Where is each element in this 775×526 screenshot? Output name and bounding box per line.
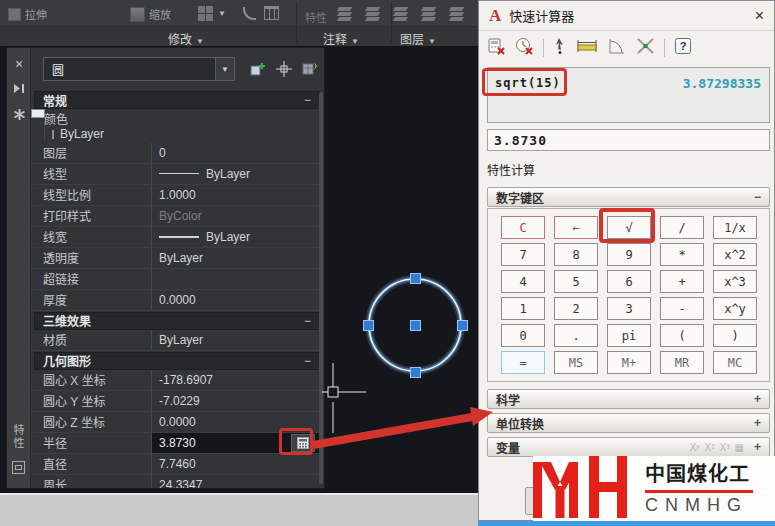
palette-scrollbar[interactable] bbox=[319, 92, 323, 484]
history-area[interactable]: sqrt(15) 3.87298335 bbox=[487, 67, 770, 123]
section-header-2[interactable]: 几何图形− bbox=[34, 352, 320, 370]
numpad-section-header[interactable]: 数字键区 − bbox=[487, 187, 770, 207]
expand-icon[interactable]: + bbox=[754, 440, 761, 454]
property-value[interactable]: ByColor bbox=[151, 206, 323, 226]
calc-key-√[interactable]: √ bbox=[607, 216, 651, 239]
property-value[interactable]: ByLayer bbox=[151, 330, 323, 350]
calc-key-9[interactable]: 9 bbox=[607, 243, 651, 266]
calc-key-MC[interactable]: MC bbox=[713, 351, 757, 374]
calc-key-2[interactable]: 2 bbox=[554, 297, 598, 320]
layer-tool-5[interactable] bbox=[450, 7, 465, 21]
calc-key-MS[interactable]: MS bbox=[554, 351, 598, 374]
calc-key-M+[interactable]: M+ bbox=[607, 351, 651, 374]
calc-key-([interactable]: ( bbox=[660, 324, 704, 347]
palette-settings-icon[interactable] bbox=[11, 106, 27, 122]
property-value[interactable]: 0.0000 bbox=[151, 412, 323, 432]
close-icon[interactable]: × bbox=[755, 8, 764, 24]
layer-tool-2[interactable] bbox=[366, 7, 381, 21]
property-value[interactable]: 3.8730 bbox=[151, 433, 323, 453]
calc-key-5[interactable]: 5 bbox=[554, 270, 598, 293]
calc-key--[interactable]: - bbox=[660, 297, 704, 320]
close-icon[interactable]: × bbox=[11, 56, 27, 72]
calc-section-2[interactable]: 变量XʸX²X³▦+ bbox=[487, 437, 770, 457]
select-objects-button[interactable] bbox=[273, 58, 295, 80]
layer-tool-3[interactable] bbox=[394, 7, 409, 21]
quickcalc-launch-button[interactable] bbox=[291, 434, 315, 452]
select-dropdown-icon[interactable]: ▼ bbox=[215, 58, 234, 80]
expand-icon[interactable]: + bbox=[754, 392, 761, 406]
section-header-0[interactable]: 常规− bbox=[34, 91, 320, 109]
property-value-text: 0.0000 bbox=[159, 415, 196, 429]
calc-key-6[interactable]: 6 bbox=[607, 270, 651, 293]
calc-section-1[interactable]: 单位转换+ bbox=[487, 413, 770, 433]
help-icon[interactable]: ? bbox=[674, 37, 692, 59]
get-coordinates-icon[interactable] bbox=[553, 37, 567, 59]
calc-key-3[interactable]: 3 bbox=[607, 297, 651, 320]
array-tool[interactable]: ▼ bbox=[198, 6, 226, 21]
calc-key-.[interactable]: . bbox=[554, 324, 598, 347]
quick-select-button[interactable] bbox=[299, 58, 321, 80]
calc-key-←[interactable]: ← bbox=[554, 216, 598, 239]
calc-key-x^y[interactable]: x^y bbox=[713, 297, 757, 320]
collapse-icon[interactable]: − bbox=[304, 93, 311, 107]
collapse-icon[interactable]: − bbox=[754, 190, 761, 204]
intersection-icon[interactable] bbox=[636, 37, 655, 59]
property-value[interactable]: -178.6907 bbox=[151, 370, 323, 390]
table-tool[interactable] bbox=[264, 6, 279, 20]
calc-key-7[interactable]: 7 bbox=[501, 243, 545, 266]
property-value-text: -178.6907 bbox=[159, 373, 213, 387]
panel-modify[interactable]: 修改▼ bbox=[168, 30, 204, 47]
property-value[interactable] bbox=[151, 269, 323, 289]
property-value[interactable]: 24.3347 bbox=[151, 475, 323, 489]
panel-layers[interactable]: 图层▼ bbox=[400, 30, 436, 47]
calc-key-=[interactable]: = bbox=[501, 351, 545, 374]
properties-vertical-tab[interactable]: 特性 bbox=[10, 424, 26, 450]
panel-annotate[interactable]: 注释▼ bbox=[323, 30, 359, 47]
calc-key-4[interactable]: 4 bbox=[501, 270, 545, 293]
layer-tool-4[interactable] bbox=[422, 7, 437, 21]
calc-section-0[interactable]: 科学+ bbox=[487, 389, 770, 409]
object-type-select[interactable]: 圆 ▼ bbox=[43, 57, 235, 81]
watermark-brand: 中国煤化工 bbox=[645, 458, 753, 487]
calc-key-)[interactable]: ) bbox=[713, 324, 757, 347]
collapse-icon[interactable]: − bbox=[304, 314, 311, 328]
calc-key-8[interactable]: 8 bbox=[554, 243, 598, 266]
scale-tool[interactable]: 缩放 bbox=[130, 6, 171, 22]
calc-key-x^3[interactable]: x^3 bbox=[713, 270, 757, 293]
layer-tool-1[interactable] bbox=[338, 7, 353, 21]
property-value[interactable]: ByLayer bbox=[151, 227, 323, 247]
property-value[interactable]: 0 bbox=[151, 143, 323, 163]
property-value[interactable]: 0.0000 bbox=[151, 290, 323, 310]
calc-key-0[interactable]: 0 bbox=[501, 324, 545, 347]
section-header-1[interactable]: 三维效果− bbox=[34, 312, 320, 330]
property-row: 颜色ByLayer bbox=[31, 109, 45, 118]
calc-key-pi[interactable]: pi bbox=[607, 324, 651, 347]
property-value[interactable]: 7.7460 bbox=[151, 454, 323, 474]
calc-key-1/x[interactable]: 1/x bbox=[713, 216, 757, 239]
property-value[interactable]: ByLayer bbox=[151, 248, 323, 268]
calc-key-*[interactable]: * bbox=[660, 243, 704, 266]
measure-angle-icon[interactable] bbox=[607, 37, 627, 59]
clear-history-icon[interactable] bbox=[515, 37, 534, 60]
property-value[interactable]: ByLayer bbox=[44, 127, 52, 141]
property-value[interactable]: -7.0229 bbox=[151, 391, 323, 411]
calc-key-1[interactable]: 1 bbox=[501, 297, 545, 320]
property-value[interactable]: 1.0000 bbox=[151, 185, 323, 205]
collapse-icon[interactable]: − bbox=[304, 354, 311, 368]
autohide-pin-icon[interactable] bbox=[11, 80, 27, 96]
calc-key-C[interactable]: C bbox=[501, 216, 545, 239]
measure-distance-icon[interactable] bbox=[576, 37, 598, 59]
stretch-tool[interactable]: 拉伸 bbox=[8, 6, 47, 22]
array-dropdown-icon[interactable]: ▼ bbox=[218, 9, 226, 18]
calculator-input[interactable]: 3.8730 bbox=[487, 129, 770, 151]
property-value[interactable]: ByLayer bbox=[151, 164, 323, 184]
autocad-logo-icon: A bbox=[489, 6, 501, 26]
calc-key-x^2[interactable]: x^2 bbox=[713, 243, 757, 266]
fillet-tool[interactable] bbox=[243, 7, 256, 20]
calc-key-/[interactable]: / bbox=[660, 216, 704, 239]
toggle-pickadd-button[interactable] bbox=[247, 58, 269, 80]
clear-icon[interactable] bbox=[487, 37, 506, 60]
calc-key-+[interactable]: + bbox=[660, 270, 704, 293]
calc-key-MR[interactable]: MR bbox=[660, 351, 704, 374]
expand-icon[interactable]: + bbox=[754, 416, 761, 430]
